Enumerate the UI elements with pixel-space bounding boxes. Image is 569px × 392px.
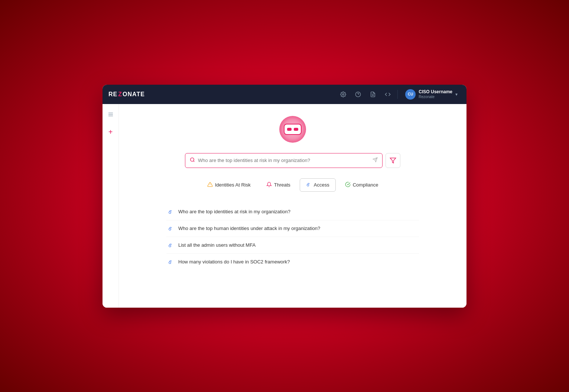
sidebar-add-button[interactable]: +	[105, 126, 117, 138]
main-content: Identities At Risk Threats	[119, 104, 466, 308]
svg-point-8	[191, 158, 194, 161]
suggestion-text-1: Who are the top identities at risk in my…	[178, 209, 290, 214]
search-bar[interactable]	[185, 153, 383, 168]
suggestion-item[interactable]: Who are the top human identities under a…	[166, 220, 419, 237]
main-layout: +	[103, 104, 466, 308]
logo-part1: RE	[108, 91, 117, 98]
document-icon[interactable]	[368, 89, 378, 100]
nav-divider	[397, 90, 398, 99]
mascot-eye-right	[294, 128, 298, 131]
compliance-tab-label: Compliance	[353, 182, 378, 188]
suggestion-item[interactable]: How many violations do I have in SOC2 fr…	[166, 254, 419, 270]
help-icon[interactable]	[353, 89, 363, 100]
user-org: Rezonate	[419, 95, 452, 99]
search-input[interactable]	[198, 158, 373, 163]
code-icon[interactable]	[383, 89, 393, 100]
threats-tab-icon	[266, 182, 272, 188]
tab-identities-at-risk[interactable]: Identities At Risk	[201, 178, 257, 192]
sidebar-menu-icon[interactable]	[105, 108, 117, 120]
suggestion-key-icon-1	[168, 209, 174, 215]
search-icon	[190, 157, 195, 163]
suggestion-item[interactable]: Who are the top identities at risk in my…	[166, 204, 419, 220]
mascot-container	[279, 116, 306, 143]
suggestion-key-icon-2	[168, 226, 174, 231]
tab-access[interactable]: Access	[300, 178, 336, 192]
identities-tab-label: Identities At Risk	[215, 182, 251, 188]
chevron-down-icon: ▾	[455, 92, 458, 97]
filter-button[interactable]	[386, 153, 400, 168]
app-logo: RE Z ONATE	[108, 91, 145, 98]
suggestion-key-icon-4	[168, 259, 174, 265]
suggestion-text-2: Who are the top human identities under a…	[178, 226, 320, 231]
logo-part2: Z	[118, 91, 122, 98]
send-icon[interactable]	[373, 157, 378, 163]
svg-point-15	[307, 184, 309, 186]
access-tab-label: Access	[314, 182, 329, 188]
svg-point-27	[169, 245, 171, 247]
user-name: CISO Username	[419, 89, 452, 94]
user-menu[interactable]: CU CISO Username Rezonate ▾	[402, 88, 461, 101]
access-tab-icon	[306, 182, 312, 188]
suggestion-text-3: List all the admin users without MFA	[178, 242, 256, 248]
svg-point-0	[342, 94, 344, 95]
mascot-eye-left	[287, 128, 292, 131]
mascot-face	[284, 124, 302, 135]
robot-mascot	[279, 116, 306, 143]
app-window: RE Z ONATE	[103, 85, 466, 308]
svg-point-31	[169, 262, 171, 263]
suggestion-key-icon-3	[168, 242, 174, 248]
search-container	[185, 153, 400, 168]
svg-point-19	[169, 211, 171, 213]
navbar: RE Z ONATE	[103, 85, 466, 104]
compliance-tab-icon	[345, 182, 351, 188]
svg-point-23	[169, 228, 171, 230]
navbar-actions: CU CISO Username Rezonate ▾	[338, 88, 461, 101]
svg-marker-12	[390, 158, 396, 163]
svg-line-9	[194, 161, 195, 162]
avatar: CU	[405, 89, 416, 100]
user-info: CISO Username Rezonate	[419, 89, 452, 99]
identities-tab-icon	[207, 182, 213, 188]
suggestions-list: Who are the top identities at risk in my…	[166, 204, 419, 270]
sidebar: +	[103, 104, 119, 308]
settings-icon[interactable]	[338, 89, 348, 100]
suggestion-text-4: How many violations do I have in SOC2 fr…	[178, 259, 290, 265]
suggestion-item[interactable]: List all the admin users without MFA	[166, 237, 419, 254]
threats-tab-label: Threats	[274, 182, 290, 188]
tab-compliance[interactable]: Compliance	[339, 178, 385, 192]
mascot-background	[279, 116, 306, 143]
tab-threats[interactable]: Threats	[260, 178, 297, 192]
logo-part3: ONATE	[123, 91, 145, 98]
category-tabs: Identities At Risk Threats	[163, 178, 423, 192]
